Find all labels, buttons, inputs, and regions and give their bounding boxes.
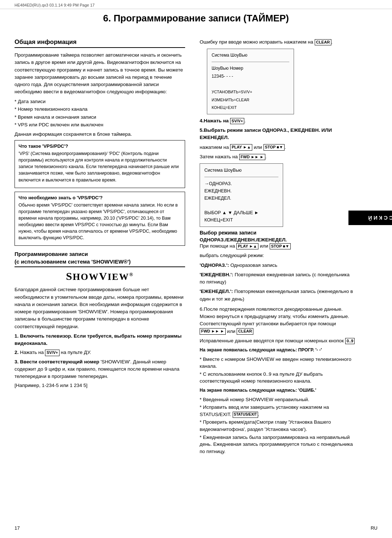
prog-title-line1: Программирование записи xyxy=(15,251,88,257)
step5-then-line: Затем нажать на FWD ►► ►. xyxy=(200,153,356,160)
step4-line: 4.Нажать на SV/V+. xyxy=(200,117,356,125)
page-bottom: 17 RU xyxy=(0,525,392,531)
step-1: 1. Включить телевизор. Если требуется, в… xyxy=(15,333,185,347)
screen2-line3: ЕЖЕНЕДЕЛ. xyxy=(204,195,278,202)
right-column: Ошибку при вводе можно исправить нажатие… xyxy=(192,38,370,457)
choice-item-0-key: 'ОДНОРАЗ.': xyxy=(200,262,229,268)
content-area: Общая информация Программирование таймер… xyxy=(0,31,392,464)
page-label-right: RU xyxy=(371,525,377,531)
choice-select: выбрать следующий режим: xyxy=(200,252,356,259)
step6-key1: FWD ►► ► xyxy=(200,328,226,334)
step5-then: Затем нажать на xyxy=(200,154,238,159)
step-example-text: [Например, 1-234-5 или 1 234 5] xyxy=(15,383,87,388)
note1-item-1: С использованием кнопок 0..9 на пульте Д… xyxy=(200,371,356,385)
note1-bold: На экране появилась следующая надпись: П… xyxy=(200,347,356,354)
step2-before: Нажать на xyxy=(20,350,45,355)
choice-section: Выбор режима записи ОДНОРАЗ./ЕЖЕДНЕВН./Е… xyxy=(200,230,356,303)
step5-key1: PLAY ►▲ xyxy=(230,144,252,150)
screen1-line6: КОНЕЦ=EXIT xyxy=(212,105,289,111)
choice-intro: При помощи на PLAY ►▲ или STOP ■▼ xyxy=(200,242,356,250)
screen2-line6: КОНЕЦ=EXIT xyxy=(204,216,278,224)
subbox2-title: Что необходимо знать о 'VPS/PDC'? xyxy=(19,195,181,200)
step6-text2-line: Исправленные данные вводятся при помощи … xyxy=(200,337,356,345)
clear-intro-text: Ошибку при вводе можно исправить нажатие… xyxy=(200,39,313,45)
step1-text: Включить телевизор. Если требуется, выбр… xyxy=(15,333,181,346)
step2-key-svv: SV/V+ xyxy=(45,350,60,356)
step4-key: SV/V+ xyxy=(230,118,245,124)
note1-item-0: Вместе с номером SHOWVIEW не введен номе… xyxy=(200,356,356,370)
choice-title: Выбор режима записи xyxy=(200,230,356,236)
step4-text: 4.Нажать на xyxy=(200,118,229,123)
prog-section-title: Программирование записи (с использование… xyxy=(15,250,185,267)
side-label-russian: РУССКИЙ xyxy=(348,211,392,225)
star-item-2: Номер телевизионного канала xyxy=(15,106,185,113)
step5-text: нажатием на xyxy=(200,144,229,150)
screen1-box: Система ШоуВью ШоуВью Номер 12345- - - -… xyxy=(207,49,294,114)
step6-key3: 0..9 xyxy=(345,338,355,344)
step-example: [Например, 1-234-5 или 1 234 5] xyxy=(15,382,185,389)
steps-list: 1. Включить телевизор. Если требуется, в… xyxy=(15,333,185,390)
step5-bold: 5.Выбрать режим записи ОДНОРАЗ., ЕЖЕДНЕВ… xyxy=(200,127,356,142)
status-exit-key: STATUS/EXIT xyxy=(233,412,258,418)
section1-note: Данная информация сохраняется в блоке та… xyxy=(15,131,185,138)
showview-description: Благодаря данной системе программировани… xyxy=(15,286,185,330)
step6-text: 6.После подтверждения появляются декодир… xyxy=(200,306,349,327)
step5-key3: FWD ►► ► xyxy=(239,154,265,160)
reg-mark: ® xyxy=(129,272,134,277)
note-section-1: На экране появилась следующая надпись: П… xyxy=(200,347,356,455)
header-left: HE484ED(RU).qx3 03.1.14 9:49 PM Page 17 xyxy=(15,3,95,7)
choice-item-2: 'ЕЖЕНЕДЕЛ.': Повторяемая еженедельная за… xyxy=(200,288,356,303)
step-3: 3. Ввести соответствующий номер 'SHOWVIE… xyxy=(15,358,185,380)
subbox-vps-pdc-what: Что такое 'VPS/PDC'? 'VPS' (Система виде… xyxy=(15,140,185,188)
screen1-line4: УСТАНОВИТЬ=SV/V+ xyxy=(212,89,289,95)
screen2-title: Система ШоуВью xyxy=(204,167,278,174)
choice-item-1-key: 'ЕЖЕДНЕВН.': xyxy=(200,272,233,277)
note2-item-3: Ежедневная запись была запрограммирована… xyxy=(200,434,356,455)
star-item-3: Время начала и окончания записи xyxy=(15,114,185,121)
choice-text: При помощи на xyxy=(200,243,235,249)
screen1-title: Система ШоуВью xyxy=(212,52,289,59)
note2-item-1: Исправить ввод или завершить установку н… xyxy=(200,404,356,418)
choice-item-1: 'ЕЖЕДНЕВН.': Повторяемая ежедневная запи… xyxy=(200,271,356,286)
right-col-inner: Ошибку при вводе можно исправить нажатие… xyxy=(200,38,370,455)
choice-item-0-val: Одноразовая запись xyxy=(230,262,277,268)
page-number-bottom: 17 xyxy=(15,525,20,531)
screen2-line1: →ОДНОРАЗ. xyxy=(204,180,278,187)
subbox2-text: Обычно время 'VPS/PDC' соответствует вре… xyxy=(19,202,181,241)
choice-or: или xyxy=(260,243,268,249)
clear-key-box: CLEAR xyxy=(315,39,331,45)
step6-line: 6.После подтверждения появляются декодир… xyxy=(200,306,356,335)
choice-subtitle: ОДНОРАЗ./ЕЖЕДНЕВН./ЕЖЕНЕДЕЛ. xyxy=(200,237,356,242)
note2-list: Введенный номер SHOWVIEW неправильный. И… xyxy=(200,396,356,455)
note2-item-0: Введенный номер SHOWVIEW неправильный. xyxy=(200,396,356,403)
screen2-box: Система ШоуВью →ОДНОРАЗ. ЕЖЕДНЕВН. ЕЖЕНЕ… xyxy=(200,163,283,227)
screen1-line2: 12345- - - - xyxy=(212,73,289,80)
note2-bold: На экране появилась следующая надпись: '… xyxy=(200,387,356,394)
star-item-1: Дата записи xyxy=(15,98,185,105)
step5-or: или xyxy=(254,144,262,150)
subbox1-title: Что такое 'VPS/PDC'? xyxy=(19,143,181,149)
star-item-4: VPS или PDC включен или выключен xyxy=(15,121,185,129)
subbox-vps-pdc-know: Что необходимо знать о 'VPS/PDC'? Обычно… xyxy=(15,192,185,246)
section1-heading: Общая информация xyxy=(15,38,185,48)
step2-after: на пульте ДУ. xyxy=(61,350,91,355)
subbox1-text: 'VPS' (Система видеопрограммирования)/ '… xyxy=(19,150,181,183)
clear-intro: Ошибку при вводе можно исправить нажатие… xyxy=(200,38,356,46)
step6-or: или xyxy=(227,329,236,334)
step3-bold: Ввести соответствующий номер xyxy=(20,359,99,364)
note2-item-1-text: Исправить ввод или завершить установку н… xyxy=(200,404,329,417)
showview-logo: SHOWVIEW® xyxy=(15,270,185,282)
step6-text2: Исправленные данные вводятся при помощи … xyxy=(200,338,344,343)
note2-bold-text: На экране появилась следующая надпись: '… xyxy=(200,388,316,393)
prog-section: Программирование записи (с использование… xyxy=(15,250,185,389)
screen2-line4 xyxy=(204,202,278,209)
left-column: Общая информация Программирование таймер… xyxy=(15,38,192,457)
step5-key2: STOP ■▼ xyxy=(264,144,285,150)
screen2-line2: ЕЖЕДНЕВН. xyxy=(204,187,278,195)
step6-key2: CLEAR xyxy=(237,328,253,334)
step5-line: нажатием на PLAY ►▲ или STOP ■▼. xyxy=(200,144,356,151)
note2-item-2: Проверить время/дата(Смотри главу 'Устан… xyxy=(200,419,356,433)
choice-item-0: 'ОДНОРАЗ.': Одноразовая запись xyxy=(200,262,356,269)
note1-list: Вместе с номером SHOWVIEW не введен номе… xyxy=(200,356,356,385)
choice-item-2-key: 'ЕЖЕНЕДЕЛ.': xyxy=(200,289,233,294)
